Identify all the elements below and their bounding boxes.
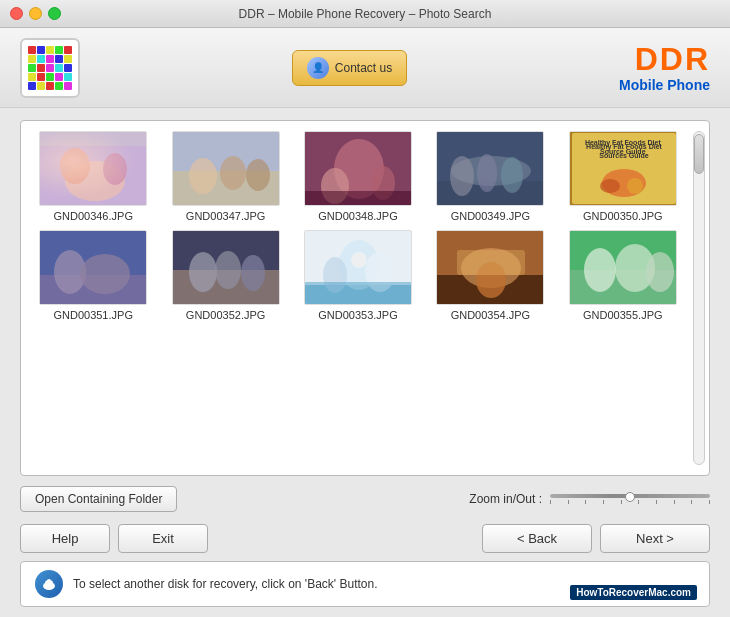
exit-button[interactable]: Exit (118, 524, 208, 553)
photo-thumbnail[interactable] (172, 131, 280, 206)
list-item[interactable]: Healthy Fat Foods Diet Sources Guide GND… (561, 131, 685, 222)
svg-point-53 (646, 252, 674, 292)
svg-point-3 (103, 153, 127, 185)
photo-filename: GND00349.JPG (451, 210, 530, 222)
list-item[interactable]: GND00349.JPG (428, 131, 552, 222)
photo-filename: GND00355.JPG (583, 309, 662, 321)
photo-filename: GND00346.JPG (53, 210, 132, 222)
photo-thumbnail[interactable] (304, 131, 412, 206)
svg-point-40 (323, 257, 347, 293)
photo-filename: GND00350.JPG (583, 210, 662, 222)
zoom-control: Zoom in/Out : (469, 492, 710, 506)
svg-point-31 (80, 254, 130, 294)
photo-filename: GND00353.JPG (318, 309, 397, 321)
list-item[interactable]: GND00354.JPG (428, 230, 552, 321)
bottom-bar: Help Exit < Back Next > (0, 524, 730, 561)
contact-button[interactable]: 👤 Contact us (292, 50, 407, 86)
photo-filename: GND00352.JPG (186, 309, 265, 321)
photo-thumbnail[interactable]: Healthy Fat Foods Diet Sources Guide (569, 131, 677, 206)
controls-row: Open Containing Folder Zoom in/Out : (20, 486, 710, 512)
svg-rect-0 (40, 131, 146, 206)
list-item[interactable]: GND00346.JPG (31, 131, 155, 222)
svg-point-26 (600, 179, 620, 193)
window-controls[interactable] (10, 7, 61, 20)
next-button[interactable]: Next > (600, 524, 710, 553)
svg-point-56 (47, 579, 51, 583)
minimize-button[interactable] (29, 7, 42, 20)
back-button[interactable]: < Back (482, 524, 592, 553)
photo-thumbnail[interactable] (39, 230, 147, 305)
list-item[interactable]: GND00353.JPG (296, 230, 420, 321)
svg-point-19 (477, 154, 497, 192)
ddr-brand-text: DDR (619, 43, 710, 75)
title-bar: DDR – Mobile Phone Recovery – Photo Sear… (0, 0, 730, 28)
svg-point-8 (220, 156, 246, 190)
scrollbar[interactable] (693, 131, 705, 465)
photo-filename: GND00348.JPG (318, 210, 397, 222)
list-item[interactable]: GND00351.JPG (31, 230, 155, 321)
ddr-sub-text: Mobile Phone (619, 77, 710, 93)
photo-thumbnail[interactable] (436, 230, 544, 305)
maximize-button[interactable] (48, 7, 61, 20)
photo-filename: GND00347.JPG (186, 210, 265, 222)
svg-point-34 (189, 252, 217, 292)
svg-point-2 (60, 148, 90, 184)
svg-rect-4 (40, 131, 146, 146)
contact-icon: 👤 (307, 57, 329, 79)
photo-thumbnail[interactable] (304, 230, 412, 305)
photo-thumbnail[interactable] (39, 131, 147, 206)
photo-thumbnail[interactable] (172, 230, 280, 305)
nav-buttons: < Back Next > (482, 524, 710, 553)
photo-grid: GND00346.JPG GND00347.JPG (31, 131, 699, 321)
list-item[interactable]: GND00352.JPG (163, 230, 287, 321)
content-area: GND00346.JPG GND00347.JPG (0, 108, 730, 524)
status-icon (35, 570, 63, 598)
svg-point-35 (215, 251, 241, 289)
svg-point-20 (501, 157, 523, 193)
svg-text:Sources Guide: Sources Guide (599, 152, 649, 159)
svg-point-9 (246, 159, 270, 191)
open-folder-button[interactable]: Open Containing Folder (20, 486, 177, 512)
svg-point-36 (241, 255, 265, 291)
help-button[interactable]: Help (20, 524, 110, 553)
svg-rect-47 (457, 250, 525, 275)
header: 👤 Contact us DDR Mobile Phone (0, 28, 730, 108)
list-item[interactable]: GND00348.JPG (296, 131, 420, 222)
status-bar: To select another disk for recovery, cli… (20, 561, 710, 607)
main-window: 👤 Contact us DDR Mobile Phone (0, 28, 730, 617)
svg-point-1 (65, 161, 125, 201)
svg-point-51 (584, 248, 616, 292)
svg-point-27 (627, 178, 643, 194)
svg-point-7 (189, 158, 217, 194)
photo-thumbnail[interactable] (569, 230, 677, 305)
svg-point-41 (365, 252, 395, 292)
photo-container[interactable]: GND00346.JPG GND00347.JPG (20, 120, 710, 476)
svg-point-18 (450, 156, 474, 196)
svg-rect-14 (305, 191, 411, 206)
status-message: To select another disk for recovery, cli… (73, 577, 378, 591)
ddr-logo: DDR Mobile Phone (619, 43, 710, 93)
watermark: HowToRecoverMac.com (570, 585, 697, 600)
zoom-slider[interactable] (550, 494, 710, 498)
svg-rect-38 (305, 285, 411, 305)
svg-text:Healthy Fat Foods Diet: Healthy Fat Foods Diet (586, 143, 663, 151)
close-button[interactable] (10, 7, 23, 20)
app-logo (20, 38, 80, 98)
list-item[interactable]: GND00355.JPG (561, 230, 685, 321)
window-title: DDR – Mobile Phone Recovery – Photo Sear… (239, 7, 492, 21)
svg-point-42 (351, 252, 367, 268)
photo-thumbnail[interactable] (436, 131, 544, 206)
photo-filename: GND00354.JPG (451, 309, 530, 321)
list-item[interactable]: GND00347.JPG (163, 131, 287, 222)
photo-filename: GND00351.JPG (53, 309, 132, 321)
zoom-label: Zoom in/Out : (469, 492, 542, 506)
scrollbar-thumb[interactable] (694, 134, 704, 174)
